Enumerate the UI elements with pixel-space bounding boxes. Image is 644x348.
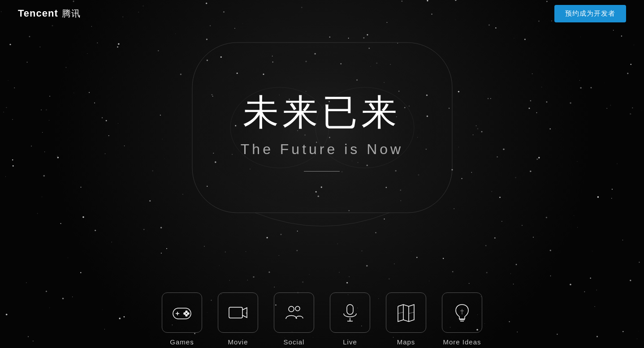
cta-register-button[interactable]: 预约成为开发者 (554, 5, 626, 22)
live-label: Live (343, 338, 357, 346)
nav-item-games[interactable]: Games (154, 292, 210, 346)
live-icon-box (330, 292, 370, 333)
svg-rect-10 (229, 307, 242, 318)
bottom-navigation: Games Movie Social (0, 290, 644, 348)
microphone-icon (339, 302, 361, 323)
lightbulb-icon (451, 302, 473, 323)
nav-item-live[interactable]: Live (322, 292, 378, 346)
maps-label: Maps (397, 338, 415, 346)
social-icon (283, 302, 305, 323)
logo: Tencent 腾讯 (18, 8, 81, 20)
movie-icon-box (218, 292, 258, 333)
map-icon (395, 302, 417, 323)
movie-icon (227, 302, 249, 323)
hero-section: 未来已来 The Future is Now (154, 22, 490, 255)
gamepad-icon (171, 302, 193, 323)
svg-point-8 (184, 313, 186, 314)
hero-title-chinese: 未来已来 (241, 93, 403, 132)
nav-item-maps[interactable]: Maps (378, 292, 434, 346)
movie-label: Movie (228, 338, 248, 346)
nav-item-more-ideas[interactable]: More Ideas (434, 292, 490, 346)
more-ideas-label: More Ideas (443, 338, 481, 346)
hero-text-block: 未来已来 The Future is Now (241, 93, 403, 172)
hero-divider (304, 171, 340, 172)
games-icon-box (162, 292, 202, 333)
logo-text-en: Tencent (18, 8, 58, 19)
social-label: Social (284, 338, 305, 346)
svg-line-18 (398, 312, 403, 314)
hero-subtitle-english: The Future is Now (241, 141, 403, 158)
svg-point-11 (289, 306, 294, 312)
svg-point-12 (295, 306, 300, 311)
svg-line-19 (409, 312, 414, 314)
logo-text-cn: 腾讯 (62, 8, 81, 20)
svg-point-7 (187, 313, 189, 314)
maps-icon-box (386, 292, 426, 333)
more-ideas-icon-box (442, 292, 482, 333)
social-icon-box (274, 292, 314, 333)
svg-point-9 (186, 314, 187, 316)
page-header: Tencent 腾讯 预约成为开发者 (0, 0, 644, 27)
nav-item-social[interactable]: Social (266, 292, 322, 346)
svg-point-6 (186, 311, 187, 313)
nav-item-movie[interactable]: Movie (210, 292, 266, 346)
games-label: Games (170, 338, 194, 346)
svg-rect-13 (347, 305, 353, 314)
